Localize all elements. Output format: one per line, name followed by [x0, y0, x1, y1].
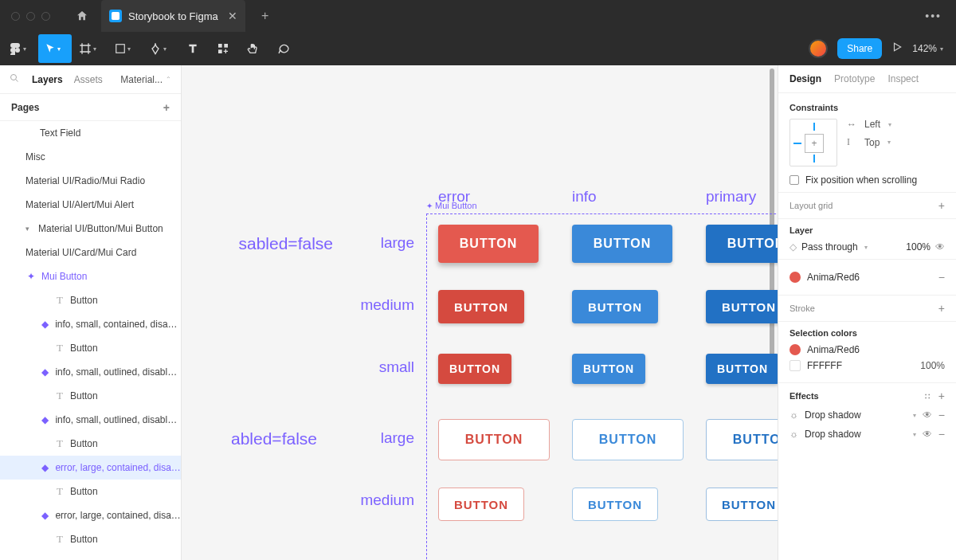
effects-styles-icon[interactable]: ∷ [925, 392, 931, 401]
layer-row[interactable]: TButton [0, 288, 181, 312]
layer-row[interactable]: ◆info, small, outlined, disabled... [0, 408, 181, 432]
hand-tool[interactable] [239, 34, 268, 63]
layer-row[interactable]: TButton [0, 480, 181, 503]
home-button[interactable] [66, 0, 98, 32]
inspect-tab[interactable]: Inspect [887, 73, 919, 84]
comment-tool[interactable] [269, 34, 298, 63]
user-avatar[interactable] [809, 39, 828, 58]
fix-position-checkbox[interactable]: Fix position when scrolling [789, 174, 945, 186]
layer-label: Button [70, 486, 98, 497]
section-label: abled=false [182, 429, 317, 448]
layer-row[interactable]: ✦Mui Button [0, 264, 181, 288]
h-constraint[interactable]: ↔Left▾ [847, 119, 891, 130]
layer-label: Button [70, 295, 98, 306]
visibility-icon[interactable]: 👁 [935, 241, 945, 253]
shape-tool[interactable]: ▾ [108, 34, 142, 63]
mui-button[interactable]: BUTTON [572, 290, 658, 323]
close-dot[interactable] [11, 12, 20, 21]
layer-row[interactable]: Material UI/Card/Mui Card [0, 241, 181, 264]
search-icon[interactable] [10, 73, 21, 85]
layers-tab[interactable]: Layers [32, 74, 63, 85]
prototype-tab[interactable]: Prototype [834, 73, 875, 84]
layer-row[interactable]: ◆error, large, contained, disabl... [0, 456, 181, 480]
overflow-menu[interactable]: ••• [917, 10, 950, 22]
layer-row[interactable]: TButton [0, 432, 181, 456]
min-dot[interactable] [26, 12, 35, 21]
add-effect-button[interactable]: + [938, 390, 945, 402]
mui-button[interactable]: BUTTON [706, 354, 778, 384]
svg-rect-4 [224, 44, 228, 48]
constraints-widget[interactable]: + [789, 119, 837, 166]
visibility-icon[interactable]: 👁 [923, 409, 932, 421]
remove-effect-button[interactable]: − [938, 428, 945, 441]
mui-button[interactable]: BUTTON [706, 419, 778, 460]
visibility-icon[interactable]: 👁 [923, 429, 932, 440]
window-controls [11, 12, 50, 21]
remove-fill-button[interactable]: − [938, 271, 945, 284]
color-swatch[interactable] [789, 360, 801, 371]
layer-row[interactable]: TButton [0, 384, 181, 408]
close-icon[interactable]: ✕ [228, 10, 237, 22]
layer-label: error, large, contained, disabl... [55, 510, 181, 521]
zoom-control[interactable]: 142% ▾ [912, 43, 943, 54]
v-constraint[interactable]: ITop▾ [847, 136, 891, 148]
share-button[interactable]: Share [837, 38, 882, 59]
assets-tab[interactable]: Assets [74, 74, 103, 85]
text-tool[interactable] [178, 34, 207, 63]
layer-row[interactable]: TButton [0, 336, 181, 360]
remove-effect-button[interactable]: − [938, 409, 945, 421]
present-button[interactable] [891, 41, 903, 56]
layer-row[interactable]: ▾Material UI/Button/Mui Button [0, 217, 181, 241]
layer-row[interactable]: ◆info, small, outlined, disabled... [0, 360, 181, 384]
layer-opacity[interactable]: 100% [899, 241, 931, 253]
pen-tool[interactable]: ▾ [143, 34, 177, 63]
page-picker[interactable]: Material... ⌃ [120, 74, 171, 85]
mui-button[interactable]: BUTTON [706, 290, 778, 323]
mui-button[interactable]: BUTTON [438, 225, 539, 263]
layer-label: error, large, contained, disabl... [55, 462, 181, 473]
mui-button[interactable]: BUTTON [438, 488, 524, 521]
mui-button[interactable]: BUTTON [572, 419, 684, 460]
tab-title: Storybook to Figma [128, 10, 218, 22]
blend-mode-picker[interactable]: Pass through▾ [801, 241, 894, 253]
row-header: large [335, 234, 414, 252]
mui-button[interactable]: BUTTON [438, 290, 524, 323]
canvas[interactable]: sabled=false abled=false error info prim… [182, 65, 778, 560]
document-tab[interactable]: Storybook to Figma ✕ [101, 0, 245, 32]
add-tab-button[interactable]: + [253, 9, 277, 23]
design-tabs: Design Prototype Inspect [778, 65, 956, 93]
layer-row[interactable]: Material UI/Alert/Mui Alert [0, 193, 181, 217]
effect-row[interactable]: ☼ Drop shadow▾ 👁 − [789, 428, 945, 441]
color-swatch[interactable] [789, 344, 801, 355]
fill-name: Anima/Red6 [807, 272, 932, 283]
layer-tree[interactable]: Text FieldMiscMaterial UI/Radio/Mui Radi… [0, 121, 181, 560]
layer-row[interactable]: Misc [0, 145, 181, 169]
mui-button[interactable]: BUTTON [438, 419, 550, 460]
effect-settings-icon[interactable]: ☼ [789, 409, 798, 421]
layer-row[interactable]: ◆info, small, contained, disable... [0, 312, 181, 336]
design-tab[interactable]: Design [789, 73, 821, 84]
add-page-button[interactable]: + [163, 101, 170, 114]
stroke-section: Stroke + [778, 296, 956, 322]
fill-swatch[interactable] [789, 272, 801, 283]
move-tool[interactable]: ▾ [38, 34, 72, 63]
effect-row[interactable]: ☼ Drop shadow▾ 👁 − [789, 409, 945, 421]
mui-button[interactable]: BUTTON [572, 488, 658, 521]
blend-icon: ◇ [789, 241, 797, 253]
layer-row[interactable]: Text Field [0, 121, 181, 145]
layer-row[interactable]: TButton [0, 527, 181, 551]
mui-button[interactable]: BUTTON [706, 225, 778, 263]
layer-row[interactable]: Material UI/Radio/Mui Radio [0, 169, 181, 193]
effect-settings-icon[interactable]: ☼ [789, 429, 798, 440]
mui-button[interactable]: BUTTON [572, 225, 672, 263]
add-stroke-button[interactable]: + [938, 302, 945, 315]
add-grid-button[interactable]: + [938, 199, 945, 212]
main-menu[interactable]: ▾ [3, 34, 37, 63]
layer-row[interactable]: ◆error, large, contained, disabl... [0, 503, 181, 527]
max-dot[interactable] [41, 12, 50, 21]
mui-button[interactable]: BUTTON [572, 354, 645, 384]
frame-tool[interactable]: ▾ [73, 34, 107, 63]
resources-tool[interactable] [209, 34, 237, 63]
mui-button[interactable]: BUTTON [706, 488, 778, 521]
mui-button[interactable]: BUTTON [438, 354, 511, 384]
